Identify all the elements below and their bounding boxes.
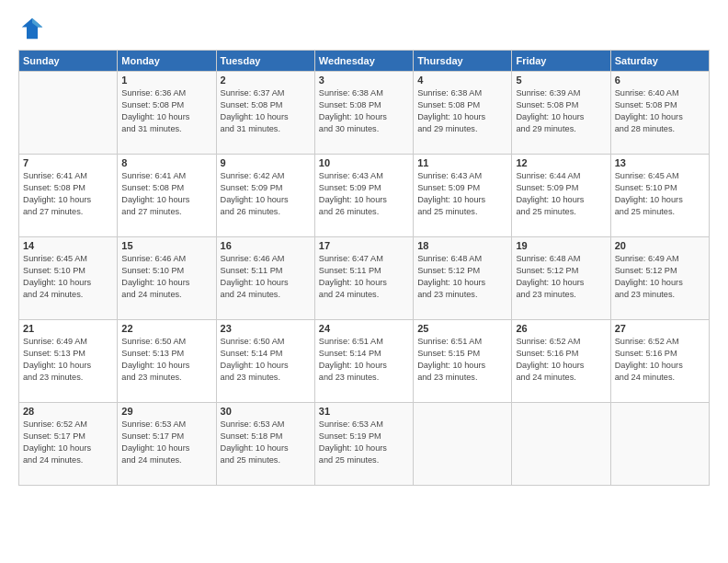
header-cell-sunday: Sunday [19, 51, 118, 72]
cell-info: Sunrise: 6:42 AMSunset: 5:09 PMDaylight:… [221, 170, 311, 218]
calendar-cell: 4Sunrise: 6:38 AMSunset: 5:08 PMDaylight… [414, 72, 512, 155]
calendar-cell: 3Sunrise: 6:38 AMSunset: 5:08 PMDaylight… [314, 72, 413, 155]
cell-info: Sunrise: 6:45 AMSunset: 5:10 PMDaylight:… [615, 170, 705, 218]
calendar-cell: 20Sunrise: 6:49 AMSunset: 5:12 PMDayligh… [610, 237, 709, 320]
calendar-cell: 25Sunrise: 6:51 AMSunset: 5:15 PMDayligh… [414, 320, 512, 403]
day-number: 6 [615, 75, 705, 86]
cell-info: Sunrise: 6:52 AMSunset: 5:16 PMDaylight:… [516, 336, 606, 384]
calendar-cell: 26Sunrise: 6:52 AMSunset: 5:16 PMDayligh… [512, 320, 610, 403]
cell-info: Sunrise: 6:50 AMSunset: 5:13 PMDaylight:… [121, 336, 211, 384]
cell-info: Sunrise: 6:43 AMSunset: 5:09 PMDaylight:… [319, 170, 409, 218]
day-number: 22 [121, 323, 211, 334]
day-number: 15 [121, 240, 211, 251]
cell-info: Sunrise: 6:51 AMSunset: 5:15 PMDaylight:… [417, 336, 507, 384]
calendar-cell: 14Sunrise: 6:45 AMSunset: 5:10 PMDayligh… [19, 237, 118, 320]
calendar-cell: 30Sunrise: 6:53 AMSunset: 5:18 PMDayligh… [216, 403, 314, 486]
cell-info: Sunrise: 6:41 AMSunset: 5:08 PMDaylight:… [121, 170, 211, 218]
week-row-0: 1Sunrise: 6:36 AMSunset: 5:08 PMDaylight… [19, 72, 710, 155]
calendar-cell [610, 403, 709, 486]
week-row-3: 21Sunrise: 6:49 AMSunset: 5:13 PMDayligh… [19, 320, 710, 403]
day-number: 11 [417, 157, 507, 168]
header-row: SundayMondayTuesdayWednesdayThursdayFrid… [19, 51, 710, 72]
cell-info: Sunrise: 6:39 AMSunset: 5:08 PMDaylight:… [516, 87, 606, 135]
cell-info: Sunrise: 6:48 AMSunset: 5:12 PMDaylight:… [516, 253, 606, 301]
cell-info: Sunrise: 6:43 AMSunset: 5:09 PMDaylight:… [417, 170, 507, 218]
day-number: 7 [23, 157, 113, 168]
day-number: 28 [23, 406, 113, 417]
cell-info: Sunrise: 6:51 AMSunset: 5:14 PMDaylight:… [319, 336, 409, 384]
calendar-cell: 22Sunrise: 6:50 AMSunset: 5:13 PMDayligh… [118, 320, 216, 403]
cell-info: Sunrise: 6:52 AMSunset: 5:17 PMDaylight:… [23, 419, 113, 466]
day-number: 14 [23, 240, 113, 251]
cell-info: Sunrise: 6:36 AMSunset: 5:08 PMDaylight:… [121, 87, 211, 135]
day-number: 24 [319, 323, 409, 334]
calendar-cell: 7Sunrise: 6:41 AMSunset: 5:08 PMDaylight… [19, 155, 118, 237]
cell-info: Sunrise: 6:47 AMSunset: 5:11 PMDaylight:… [319, 253, 409, 301]
calendar-cell: 27Sunrise: 6:52 AMSunset: 5:16 PMDayligh… [610, 320, 709, 403]
day-number: 29 [121, 406, 211, 417]
calendar-cell: 28Sunrise: 6:52 AMSunset: 5:17 PMDayligh… [19, 403, 118, 486]
cell-info: Sunrise: 6:52 AMSunset: 5:16 PMDaylight:… [615, 336, 705, 384]
day-number: 12 [516, 157, 606, 168]
header-cell-monday: Monday [118, 51, 216, 72]
day-number: 23 [221, 323, 311, 334]
cell-info: Sunrise: 6:50 AMSunset: 5:14 PMDaylight:… [221, 336, 311, 384]
calendar-cell: 18Sunrise: 6:48 AMSunset: 5:12 PMDayligh… [414, 237, 512, 320]
day-number: 4 [417, 75, 507, 86]
calendar-cell: 8Sunrise: 6:41 AMSunset: 5:08 PMDaylight… [118, 155, 216, 237]
calendar-table: SundayMondayTuesdayWednesdayThursdayFrid… [18, 50, 710, 486]
calendar-cell: 24Sunrise: 6:51 AMSunset: 5:14 PMDayligh… [314, 320, 413, 403]
calendar-header: SundayMondayTuesdayWednesdayThursdayFrid… [19, 51, 710, 72]
day-number: 18 [417, 240, 507, 251]
cell-info: Sunrise: 6:53 AMSunset: 5:17 PMDaylight:… [121, 419, 211, 466]
calendar-cell: 6Sunrise: 6:40 AMSunset: 5:08 PMDaylight… [610, 72, 709, 155]
day-number: 8 [121, 157, 211, 168]
calendar-cell: 1Sunrise: 6:36 AMSunset: 5:08 PMDaylight… [118, 72, 216, 155]
cell-info: Sunrise: 6:45 AMSunset: 5:10 PMDaylight:… [23, 253, 113, 301]
day-number: 10 [319, 157, 409, 168]
day-number: 1 [121, 75, 211, 86]
calendar-cell [414, 403, 512, 486]
header [18, 15, 710, 42]
cell-info: Sunrise: 6:37 AMSunset: 5:08 PMDaylight:… [221, 87, 311, 135]
calendar-cell: 15Sunrise: 6:46 AMSunset: 5:10 PMDayligh… [118, 237, 216, 320]
calendar-cell: 2Sunrise: 6:37 AMSunset: 5:08 PMDaylight… [216, 72, 314, 155]
day-number: 27 [615, 323, 705, 334]
cell-info: Sunrise: 6:46 AMSunset: 5:10 PMDaylight:… [121, 253, 211, 301]
cell-info: Sunrise: 6:53 AMSunset: 5:19 PMDaylight:… [319, 419, 409, 466]
week-row-2: 14Sunrise: 6:45 AMSunset: 5:10 PMDayligh… [19, 237, 710, 320]
calendar-cell: 11Sunrise: 6:43 AMSunset: 5:09 PMDayligh… [414, 155, 512, 237]
day-number: 9 [221, 157, 311, 168]
day-number: 30 [221, 406, 311, 417]
cell-info: Sunrise: 6:38 AMSunset: 5:08 PMDaylight:… [319, 87, 409, 135]
calendar-cell: 16Sunrise: 6:46 AMSunset: 5:11 PMDayligh… [216, 237, 314, 320]
day-number: 31 [319, 406, 409, 417]
cell-info: Sunrise: 6:41 AMSunset: 5:08 PMDaylight:… [23, 170, 113, 218]
header-cell-tuesday: Tuesday [216, 51, 314, 72]
calendar-cell [19, 72, 118, 155]
calendar-cell: 17Sunrise: 6:47 AMSunset: 5:11 PMDayligh… [314, 237, 413, 320]
day-number: 20 [615, 240, 705, 251]
week-row-4: 28Sunrise: 6:52 AMSunset: 5:17 PMDayligh… [19, 403, 710, 486]
cell-info: Sunrise: 6:48 AMSunset: 5:12 PMDaylight:… [417, 253, 507, 301]
calendar-cell: 29Sunrise: 6:53 AMSunset: 5:17 PMDayligh… [118, 403, 216, 486]
week-row-1: 7Sunrise: 6:41 AMSunset: 5:08 PMDaylight… [19, 155, 710, 237]
calendar-cell: 21Sunrise: 6:49 AMSunset: 5:13 PMDayligh… [19, 320, 118, 403]
calendar-cell: 23Sunrise: 6:50 AMSunset: 5:14 PMDayligh… [216, 320, 314, 403]
calendar-cell: 5Sunrise: 6:39 AMSunset: 5:08 PMDaylight… [512, 72, 610, 155]
day-number: 13 [615, 157, 705, 168]
cell-info: Sunrise: 6:53 AMSunset: 5:18 PMDaylight:… [221, 419, 311, 466]
header-cell-thursday: Thursday [414, 51, 512, 72]
day-number: 26 [516, 323, 606, 334]
cell-info: Sunrise: 6:38 AMSunset: 5:08 PMDaylight:… [417, 87, 507, 135]
calendar-cell: 9Sunrise: 6:42 AMSunset: 5:09 PMDaylight… [216, 155, 314, 237]
cell-info: Sunrise: 6:49 AMSunset: 5:12 PMDaylight:… [615, 253, 705, 301]
day-number: 5 [516, 75, 606, 86]
day-number: 17 [319, 240, 409, 251]
cell-info: Sunrise: 6:40 AMSunset: 5:08 PMDaylight:… [615, 87, 705, 135]
logo [18, 15, 50, 42]
calendar-cell: 13Sunrise: 6:45 AMSunset: 5:10 PMDayligh… [610, 155, 709, 237]
calendar-cell: 19Sunrise: 6:48 AMSunset: 5:12 PMDayligh… [512, 237, 610, 320]
cell-info: Sunrise: 6:44 AMSunset: 5:09 PMDaylight:… [516, 170, 606, 218]
cell-info: Sunrise: 6:46 AMSunset: 5:11 PMDaylight:… [221, 253, 311, 301]
